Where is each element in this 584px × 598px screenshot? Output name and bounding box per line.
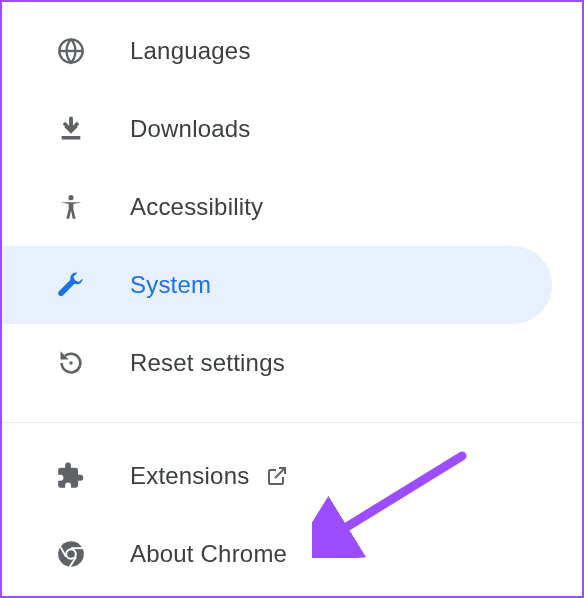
nav-item-label: Reset settings <box>130 349 285 377</box>
nav-item-label: Extensions <box>130 462 249 490</box>
nav-item-label: About Chrome <box>130 540 287 568</box>
svg-point-10 <box>67 550 75 558</box>
nav-item-reset[interactable]: Reset settings <box>2 324 582 402</box>
reset-icon <box>56 349 86 377</box>
chrome-icon <box>56 540 86 568</box>
download-icon <box>56 115 86 143</box>
nav-item-system[interactable]: System <box>2 246 552 324</box>
wrench-icon <box>56 271 86 299</box>
nav-item-accessibility[interactable]: Accessibility <box>2 168 582 246</box>
nav-item-label: System <box>130 271 211 299</box>
nav-item-label: Languages <box>130 37 251 65</box>
globe-icon <box>56 37 86 65</box>
svg-rect-3 <box>62 136 81 140</box>
puzzle-icon <box>56 462 86 490</box>
nav-item-downloads[interactable]: Downloads <box>2 90 582 168</box>
svg-point-4 <box>68 195 73 200</box>
external-link-icon <box>265 464 289 488</box>
svg-point-6 <box>69 361 73 365</box>
nav-item-label: Downloads <box>130 115 251 143</box>
nav-item-languages[interactable]: Languages <box>2 12 582 90</box>
accessibility-icon <box>56 193 86 221</box>
divider <box>2 422 582 423</box>
nav-item-extensions[interactable]: Extensions <box>2 437 582 515</box>
nav-item-label: Accessibility <box>130 193 263 221</box>
svg-marker-2 <box>64 127 78 134</box>
svg-line-7 <box>275 468 285 478</box>
nav-item-about-chrome[interactable]: About Chrome <box>2 515 582 593</box>
settings-nav: Languages Downloads Accessibility <box>2 2 582 593</box>
